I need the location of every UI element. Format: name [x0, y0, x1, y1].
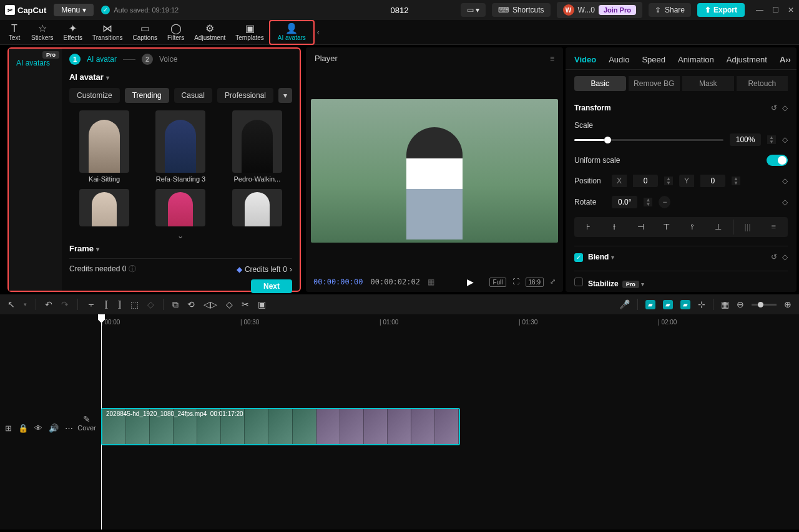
zoom-in-icon[interactable]: ⊕ — [784, 299, 792, 309]
select-tool-icon[interactable]: ↖ — [7, 299, 15, 309]
align-bottom-icon[interactable]: ⊥ — [707, 220, 730, 235]
reset-icon[interactable]: ↺ — [771, 104, 777, 112]
rotate-reset-icon[interactable]: − — [659, 196, 670, 208]
keyframe-icon[interactable]: ◇ — [782, 104, 788, 112]
tab-templates[interactable]: ▣Templates — [230, 22, 269, 42]
align-top-icon[interactable]: ⊤ — [655, 220, 679, 235]
prop-tab-speed[interactable]: Speed — [642, 55, 665, 64]
split-icon[interactable]: ⫟ — [87, 299, 96, 309]
subtab-basic[interactable]: Basic — [574, 76, 626, 91]
avatar-card-refa[interactable]: Refa-Standing 3 — [145, 110, 215, 183]
undo-icon[interactable]: ↶ — [45, 299, 52, 309]
view-grid-icon[interactable]: ▦ — [428, 278, 434, 286]
redo-icon[interactable]: ↷ — [61, 299, 69, 309]
timeline-ruler[interactable]: | 00:00 | 00:30 | 01:00 | 01:30 | 02:00 — [0, 314, 799, 329]
track-more-icon[interactable]: ⋯ — [65, 423, 73, 433]
video-clip[interactable]: 2028845-hd_1920_1080_24fps.mp4 00:01:17:… — [101, 408, 460, 445]
subtab-retouch[interactable]: Retouch — [737, 76, 788, 91]
marker-icon[interactable]: ◇ — [147, 299, 154, 309]
video-preview[interactable] — [311, 99, 558, 243]
scale-keyframe-icon[interactable]: ◇ — [782, 135, 788, 144]
prop-tab-more[interactable]: A›› — [780, 55, 791, 64]
snap-icon[interactable]: ⊹ — [698, 299, 705, 309]
select-dropdown-icon[interactable]: ▾ — [24, 301, 27, 307]
tab-transitions[interactable]: ⋈Transitions — [87, 22, 128, 42]
blend-row[interactable]: ✓Blend ▾ — [574, 253, 614, 262]
credits-left[interactable]: ◆ Credits left 0 › — [237, 265, 292, 274]
chip-casual[interactable]: Casual — [174, 88, 212, 103]
align-right-icon[interactable]: ⊣ — [629, 220, 652, 235]
scale-value[interactable]: 100% — [730, 133, 761, 146]
mic-icon[interactable]: 🎤 — [619, 299, 630, 309]
position-y-input[interactable]: 0 — [700, 175, 725, 187]
link-icon[interactable]: ▰ — [663, 300, 673, 309]
chip-trending[interactable]: Trending — [125, 88, 169, 103]
minimize-icon[interactable]: — — [756, 6, 763, 14]
shortcuts-button[interactable]: ⌨ Shortcuts — [492, 3, 551, 17]
rotate-keyframe-icon[interactable]: ◇ — [782, 198, 788, 206]
scale-slider[interactable] — [574, 139, 723, 141]
avatar-card-5[interactable] — [145, 189, 215, 226]
trim-left-icon[interactable]: ⟦ — [104, 299, 109, 309]
expand-chevron-icon[interactable]: ⌄ — [69, 231, 292, 240]
tab-stickers[interactable]: ☆Stickers — [26, 22, 59, 42]
crop-tool-icon[interactable]: ⬚ — [130, 299, 139, 309]
blend-checkbox[interactable]: ✓ — [574, 253, 583, 262]
cover-button[interactable]: ✎ Cover — [75, 414, 99, 432]
align-center-h-icon[interactable]: ⫲ — [603, 220, 627, 235]
avatar-card-6[interactable] — [222, 189, 292, 226]
chip-customize[interactable]: Customize — [69, 88, 120, 103]
mirror-icon[interactable]: ◁▷ — [203, 299, 217, 309]
x-stepper[interactable]: ▲▼ — [664, 177, 673, 185]
prop-tab-video[interactable]: Video — [574, 55, 596, 64]
prop-tab-audio[interactable]: Audio — [609, 55, 629, 64]
position-x-input[interactable]: 0 — [633, 175, 658, 187]
chip-professional[interactable]: Professional — [217, 88, 273, 103]
join-pro-badge[interactable]: Join Pro — [599, 5, 636, 15]
subtab-remove-bg[interactable]: Remove BG — [629, 76, 680, 91]
export-button[interactable]: ⬆ Export — [697, 3, 745, 17]
zoom-out-icon[interactable]: ⊖ — [737, 299, 744, 309]
play-button[interactable]: ▶ — [467, 277, 474, 287]
track-icon[interactable]: ▦ — [721, 299, 729, 309]
scale-fit-icon[interactable]: ⛶ — [512, 278, 519, 287]
aspect-ratio-label[interactable]: 16:9 — [526, 278, 544, 287]
project-title[interactable]: 0812 — [391, 6, 409, 15]
distribute-v-icon[interactable]: ≡ — [762, 220, 785, 235]
magnetic-icon[interactable]: ▰ — [645, 300, 655, 309]
subtab-mask[interactable]: Mask — [682, 76, 734, 91]
prop-tab-adjustment[interactable]: Adjustment — [727, 55, 767, 64]
blend-keyframe-icon[interactable]: ◇ — [782, 253, 788, 261]
player-menu-icon[interactable]: ≡ — [550, 54, 554, 63]
step-1-label[interactable]: AI avatar — [87, 55, 117, 64]
tab-captions[interactable]: ▭Captions — [128, 22, 162, 42]
aspect-ratio-button[interactable]: ▭ ▾ — [461, 3, 486, 17]
blend-reset-icon[interactable]: ↺ — [771, 253, 777, 261]
fullscreen-icon[interactable]: ⤢ — [550, 278, 556, 287]
y-stepper[interactable]: ▲▼ — [732, 177, 740, 185]
preview-icon[interactable]: ▰ — [680, 300, 690, 309]
collapse-chevron-icon[interactable]: ‹ — [317, 28, 320, 37]
stabilize-checkbox[interactable] — [574, 278, 583, 286]
tab-effects[interactable]: ✦Effects — [59, 22, 87, 42]
track-visible-icon[interactable]: 👁 — [34, 423, 42, 433]
trim-right-icon[interactable]: ⟧ — [117, 299, 122, 309]
position-keyframe-icon[interactable]: ◇ — [782, 177, 788, 185]
uniform-scale-toggle[interactable] — [767, 155, 788, 166]
maximize-icon[interactable]: ☐ — [772, 6, 779, 14]
duplicate-icon[interactable]: ⧉ — [172, 299, 179, 310]
rotate-icon[interactable]: ◇ — [226, 299, 233, 309]
chip-more-button[interactable]: ▾ — [278, 88, 292, 103]
tab-filters[interactable]: ◯Filters — [162, 22, 189, 42]
menu-button[interactable]: Menu ▾ — [54, 4, 94, 16]
rotate-stepper[interactable]: ▲▼ — [644, 198, 652, 206]
zoom-slider[interactable] — [752, 304, 777, 306]
track-mute-icon[interactable]: 🔊 — [49, 423, 59, 433]
scale-stepper[interactable]: ▲▼ — [767, 135, 776, 144]
crop-icon[interactable]: ✂ — [242, 299, 249, 309]
track-add-icon[interactable]: ⊞ — [5, 423, 12, 433]
stabilize-row[interactable]: StabilizePro ▾ — [574, 278, 644, 288]
avatar-card-kai[interactable]: Kai-Sitting — [69, 110, 139, 183]
tab-text[interactable]: TText — [2, 22, 26, 42]
tab-ai-avatars[interactable]: 👤AI avatars — [273, 22, 311, 42]
